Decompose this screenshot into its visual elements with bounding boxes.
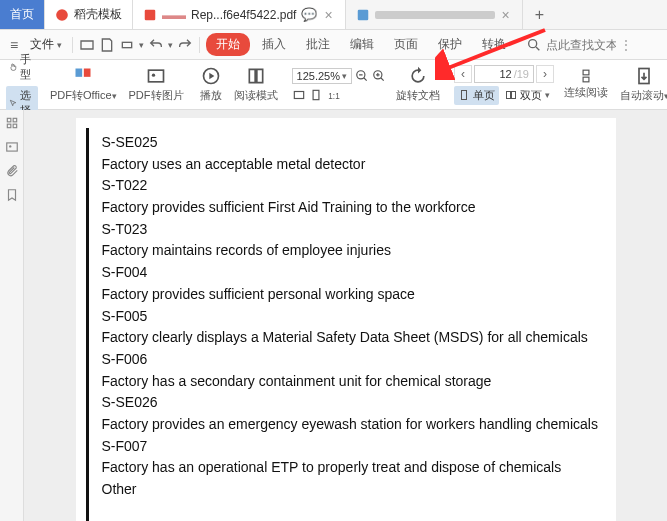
pdf-to-image[interactable]: PDF转图片 [123,60,190,109]
tab-pdf-prefix: ▬▬ [162,8,186,22]
svg-rect-12 [294,91,303,98]
pdf-to-office[interactable]: PDF转Office▾ [44,60,123,109]
doc-line: Factory provides sufficient personal wor… [102,284,608,306]
hand-tool[interactable]: 手型 [6,50,38,84]
svg-rect-2 [357,9,368,20]
svg-rect-23 [7,118,11,122]
double-page-icon [505,89,517,101]
svg-rect-3 [123,42,132,47]
svg-point-4 [529,39,537,47]
svg-rect-1 [145,9,156,20]
close-icon[interactable]: × [500,7,512,23]
tab-home[interactable]: 首页 [0,0,45,29]
actual-size-icon[interactable]: 1:1 [326,88,340,102]
image-icon[interactable] [5,140,19,154]
undo-icon[interactable] [148,37,164,53]
page-margin-bar [86,128,89,521]
main-tab-edit[interactable]: 编辑 [342,32,382,57]
doc-line: S-F006 [102,349,608,371]
main-tab-page[interactable]: 页面 [386,32,426,57]
auto-scroll[interactable]: 自动滚动▾ [614,60,667,109]
tab-templates[interactable]: 稻壳模板 [45,0,133,29]
cursor-icon [9,97,17,109]
main-tab-convert[interactable]: 转换 [474,32,514,57]
search-box[interactable]: ⋮ [526,37,632,53]
tab-add[interactable]: + [523,0,556,29]
svg-rect-15 [461,91,466,100]
autoscroll-icon [634,66,654,86]
svg-rect-17 [511,92,515,99]
search-input[interactable] [546,38,616,52]
doc-line: Factory clearly displays a Material Safe… [102,327,608,349]
save-icon[interactable] [99,37,115,53]
tab-pdf-active[interactable]: ▬▬Rep...f6e4f5422.pdf 💬 × [133,0,346,29]
doc-line: S-T023 [102,219,608,241]
next-page[interactable]: › [536,65,554,83]
play-icon [201,66,221,86]
view-single[interactable]: 单页 [454,86,499,105]
fit-width-icon[interactable] [292,88,306,102]
tab-other[interactable]: × [346,0,523,29]
print-dropdown[interactable]: ▾ [139,40,144,50]
svg-rect-13 [313,90,319,99]
rotate-doc[interactable]: 旋转文档 [390,60,446,109]
doc-icon [356,8,370,22]
doc-line: S-T022 [102,175,608,197]
main-tab-insert[interactable]: 插入 [254,32,294,57]
main-tab-annotate[interactable]: 批注 [298,32,338,57]
svg-rect-5 [76,69,83,77]
print-icon[interactable] [119,37,135,53]
zoom-out-icon[interactable] [355,69,369,83]
page-viewport[interactable]: S-SE025Factory uses an acceptable metal … [24,110,667,521]
play-button[interactable]: 播放 [194,60,228,109]
comment-icon[interactable]: 💬 [301,7,317,22]
svg-rect-16 [506,92,510,99]
svg-rect-7 [149,70,164,82]
search-icon [526,37,542,53]
book-icon [246,66,266,86]
svg-text:1:1: 1:1 [328,91,340,100]
main-tab-start[interactable]: 开始 [206,33,250,56]
open-icon[interactable] [79,37,95,53]
redo-icon[interactable] [177,37,193,53]
doc-line: Factory maintains records of employee in… [102,240,608,262]
toolbar: ≡ 文件▾ ▾ ▾ 开始 插入 批注 编辑 页面 保护 转换 ⋮ [0,30,667,60]
dao-icon [55,8,69,22]
close-icon[interactable]: × [322,7,334,23]
zoom-level[interactable]: 125.25%▾ [292,68,352,84]
doc-line: Factory provides an emergency eyewash st… [102,414,608,436]
pdf-icon [143,8,157,22]
svg-point-8 [152,74,155,77]
prev-page[interactable]: ‹ [454,65,472,83]
main-tab-protect[interactable]: 保护 [430,32,470,57]
svg-rect-25 [7,124,11,128]
zoom-in-icon[interactable] [372,69,386,83]
tab-bar: 首页 稻壳模板 ▬▬Rep...f6e4f5422.pdf 💬 × × + [0,0,667,30]
fit-page-icon[interactable] [309,88,323,102]
svg-rect-27 [6,143,17,151]
doc-line: Factory provides sufficient First Aid Tr… [102,197,608,219]
convert-office-icon [73,66,93,86]
read-mode[interactable]: 阅读模式 [228,60,284,109]
doc-line: Factory has an operational ETP to proper… [102,457,608,479]
svg-rect-26 [13,124,17,128]
svg-rect-6 [84,69,91,77]
doc-line: Factory uses an acceptable metal detecto… [102,154,608,176]
page-number-input[interactable]: 12/19 [474,65,534,83]
attachment-icon[interactable] [5,164,19,178]
doc-line: S-F007 [102,436,608,458]
continuous-read[interactable]: 连续阅读 [558,60,614,109]
left-sidebar [0,110,24,521]
bookmark-icon[interactable] [5,188,19,202]
doc-line: S-F005 [102,306,608,328]
rotate-icon [408,66,428,86]
doc-line: S-SE025 [102,132,608,154]
svg-rect-18 [583,70,589,75]
thumbnails-icon[interactable] [5,116,19,130]
tab-placeholder [375,11,495,19]
doc-line: S-F004 [102,262,608,284]
view-double[interactable]: 双页▾ [501,86,554,105]
doc-line: Other [102,479,608,501]
ribbon: 手型 选择 PDF转Office▾ PDF转图片 播放 阅读模式 125.25%… [0,60,667,110]
pdf-page: S-SE025Factory uses an acceptable metal … [76,118,616,521]
